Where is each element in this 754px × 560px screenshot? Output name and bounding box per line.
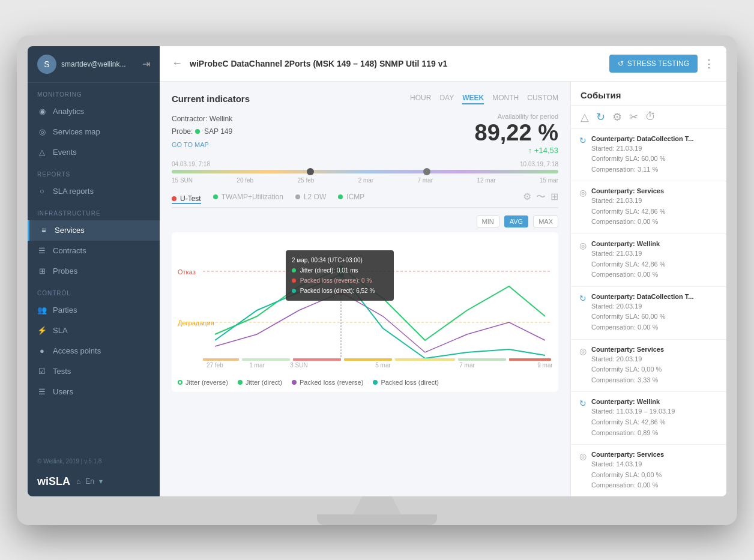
sidebar-item-users[interactable]: ☰ Users — [28, 382, 160, 402]
sidebar-username: smartdev@wellink... — [61, 60, 137, 68]
sla-icon: ⚡ — [37, 326, 47, 336]
stress-icon: ↺ — [618, 59, 624, 68]
settings-filter-icon[interactable]: ⚙ — [612, 110, 622, 124]
event-item: ◎ Counterparty: Services Started: 14.03.… — [571, 445, 726, 496]
go-to-map-link[interactable]: GO TO MAP — [172, 141, 209, 148]
monitor-stand — [28, 496, 726, 525]
top-bar: ← wiProbeC DataChannel 2Ports (MSK 149 –… — [160, 46, 726, 82]
grid-view-btn[interactable]: ⊞ — [550, 191, 558, 203]
event-wifi-icon: ◎ — [579, 241, 587, 280]
probe-label: Probe: SAP 149 — [172, 125, 232, 139]
availability-change: ↑ +14,53 — [475, 146, 558, 155]
event-body: Counterparty: DataCollection T... Starte… — [591, 135, 718, 175]
sidebar-item-analytics[interactable]: ◉ Analytics — [28, 101, 160, 122]
sidebar-item-probes[interactable]: ⊞ Probes — [28, 261, 160, 282]
sidebar-item-label: Contracts — [53, 246, 86, 255]
packed-loss-direct-icon — [373, 380, 378, 385]
event-meta: Started: 21.03.19 Conformity SLA: 42,86 … — [591, 196, 718, 227]
availability-label: Availability for period — [475, 113, 558, 120]
timeline-section: 04.03.19, 7:18 10.03.19, 7:18 15 SUN 20 … — [172, 161, 558, 184]
logout-icon[interactable]: ⇥ — [142, 58, 150, 70]
min-button[interactable]: MIN — [477, 215, 499, 227]
degradat-label: Деградация — [178, 319, 214, 327]
sidebar-item-parties[interactable]: 👥 Parties — [28, 300, 160, 321]
tab-month[interactable]: MONTH — [492, 94, 519, 104]
services-icon: ≡ — [39, 226, 49, 235]
timeline-bar[interactable] — [172, 170, 558, 173]
metric-tab-l2ow[interactable]: L2 OW — [295, 193, 326, 201]
metric-tab-icmp[interactable]: ICMP — [338, 193, 364, 201]
sidebar-item-label: Parties — [53, 306, 77, 315]
max-button[interactable]: MAX — [533, 215, 558, 227]
tab-hour[interactable]: HOUR — [410, 94, 431, 104]
scissors-filter-icon[interactable]: ✂ — [629, 110, 638, 124]
tab-custom[interactable]: CUSTOM — [527, 94, 558, 104]
chart-legend: Jitter (reverse) Jitter (direct) Packed … — [178, 379, 552, 386]
timeline-handle-right[interactable] — [423, 168, 430, 175]
sidebar-item-contracts[interactable]: ☰ Contracts — [28, 241, 160, 261]
more-options-button[interactable]: ⋮ — [704, 57, 714, 70]
contractor-label: Contractor: Wellink — [172, 113, 232, 126]
line-chart: 27 feb 1 mar 3 SUN 5 mar 7 mar 9 mar — [178, 238, 552, 370]
metric-tab-twamp[interactable]: TWAMP+Utilization — [213, 193, 283, 201]
main-content: ← wiProbeC DataChannel 2Ports (MSK 149 –… — [160, 46, 726, 496]
timeline-handle-left[interactable] — [307, 168, 314, 175]
section-control: CONTROL — [28, 282, 160, 300]
brand-icons: ⌂ En ▾ — [76, 477, 103, 486]
sidebar-item-sla-reports[interactable]: ○ SLA reports — [28, 181, 160, 202]
page-title: wiProbeC DataChannel 2Ports (MSK 149 – 1… — [190, 59, 447, 68]
sidebar-item-label: Users — [53, 387, 73, 396]
event-item: ◎ Counterparty: Services Started: 20.03.… — [571, 340, 726, 393]
home-icon[interactable]: ⌂ — [76, 477, 80, 486]
brand-logo: wiSLA — [37, 475, 70, 488]
top-bar-left: ← wiProbeC DataChannel 2Ports (MSK 149 –… — [172, 57, 447, 70]
utest-label: U-Test — [180, 194, 201, 203]
sidebar-item-sla[interactable]: ⚡ SLA — [28, 321, 160, 341]
events-list: ↻ Counterparty: DataCollection T... Star… — [571, 129, 726, 496]
jitter-direct-label: Jitter (direct) — [246, 379, 282, 386]
top-bar-right: ↺ STRESS TESTING ⋮ — [609, 55, 714, 73]
event-body: Counterparty: DataCollection T... Starte… — [591, 293, 718, 333]
sidebar-item-services[interactable]: ≡ Services — [28, 220, 160, 241]
dropdown-icon[interactable]: ▾ — [99, 477, 103, 486]
time-filter-icon[interactable]: ⏱ — [645, 110, 656, 123]
chart-panel: Current indicators HOUR DAY WEEK MONTH C… — [160, 82, 570, 496]
probes-icon: ⊞ — [37, 266, 47, 276]
sidebar-brand: wiSLA ⌂ En ▾ — [28, 471, 160, 496]
jitter-reverse-icon — [178, 380, 182, 385]
sidebar-item-access-points[interactable]: ● Access points — [28, 341, 160, 361]
events-header: События — [571, 82, 726, 106]
events-filter-row: △ ↻ ⚙ ✂ ⏱ — [571, 106, 726, 129]
tab-week[interactable]: WEEK — [462, 94, 484, 104]
event-sync-icon: ↻ — [579, 294, 587, 333]
icmp-label: ICMP — [346, 193, 364, 201]
alert-filter-icon[interactable]: △ — [581, 110, 589, 124]
event-title: Counterparty: Wellink — [591, 398, 718, 405]
stress-testing-button[interactable]: ↺ STRESS TESTING — [609, 55, 698, 73]
line-chart-view-btn[interactable]: 〜 — [536, 191, 546, 203]
avatar: S — [37, 55, 56, 74]
l2ow-dot — [295, 194, 300, 199]
tab-day[interactable]: DAY — [439, 94, 454, 104]
sidebar-item-events[interactable]: △ Events — [28, 142, 160, 163]
analytics-icon: ◉ — [37, 107, 47, 116]
copyright-text: © Wellink, 2019 | v.5.1.8 — [37, 458, 150, 465]
sidebar-item-label: Services map — [53, 127, 100, 136]
event-item: ◎ Counterparty: Services Started: 21.03.… — [571, 181, 726, 234]
settings-view-btn[interactable]: ⚙ — [523, 191, 531, 203]
avg-button[interactable]: AVG — [504, 215, 528, 227]
metric-tab-utest[interactable]: U-Test — [172, 194, 201, 204]
stress-label: STRESS TESTING — [627, 59, 689, 68]
sidebar-item-tests[interactable]: ☑ Tests — [28, 361, 160, 382]
sidebar-item-services-map[interactable]: ◎ Services map — [28, 122, 160, 142]
event-body: Counterparty: Wellink Started: 21.03.19 … — [591, 240, 718, 280]
time-tabs: HOUR DAY WEEK MONTH CUSTOM — [410, 94, 558, 104]
probe-status-dot — [195, 129, 200, 134]
back-button[interactable]: ← — [172, 57, 182, 70]
twamp-dot — [213, 194, 218, 199]
packed-loss-reverse-label: Packed loss (reverse) — [300, 379, 363, 386]
event-item: ↻ Counterparty: DataCollection T... Star… — [571, 129, 726, 182]
language-selector[interactable]: En — [85, 477, 94, 486]
sync-filter-icon[interactable]: ↻ — [596, 110, 605, 124]
availability-value: 89,22 % — [475, 120, 558, 146]
